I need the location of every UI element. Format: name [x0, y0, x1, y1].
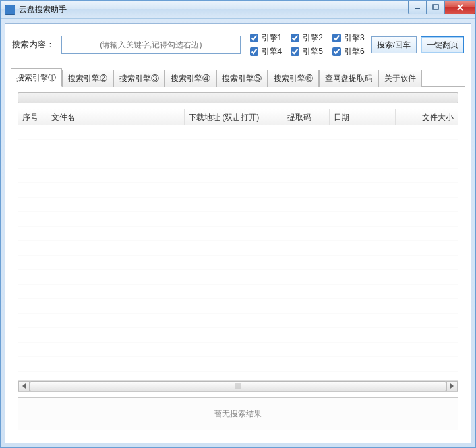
- grid-header: 序号 文件名 下载地址 (双击打开) 提取码 日期 文件大小: [18, 109, 458, 125]
- svg-rect-0: [415, 8, 420, 9]
- progress-track: [18, 92, 458, 103]
- engine-checkbox-3[interactable]: 引擎3: [330, 32, 365, 44]
- window-title: 云盘搜索助手: [19, 4, 67, 15]
- col-header-seq[interactable]: 序号: [18, 109, 47, 125]
- grid-hscrollbar[interactable]: [18, 380, 458, 391]
- col-header-date[interactable]: 日期: [330, 109, 396, 125]
- scroll-right-button[interactable]: [446, 381, 458, 391]
- engine-checkbox-1[interactable]: 引擎1: [247, 32, 282, 44]
- scroll-left-button[interactable]: [18, 381, 30, 391]
- minimize-button[interactable]: [408, 1, 427, 14]
- col-header-name[interactable]: 文件名: [47, 109, 185, 125]
- results-grid: 序号 文件名 下载地址 (双击打开) 提取码 日期 文件大小: [18, 109, 458, 392]
- engine-checkbox-6[interactable]: 引擎6: [330, 45, 365, 58]
- search-button[interactable]: 搜索/回车: [371, 36, 417, 53]
- grid-body: [18, 125, 458, 380]
- maximize-button[interactable]: [427, 1, 445, 14]
- engine-checkbox-group: 引擎1 引擎2 引擎3 引擎4 引擎5 引擎6: [245, 32, 367, 58]
- next-page-button[interactable]: 一键翻页: [421, 36, 464, 53]
- minimize-icon: [414, 4, 421, 11]
- scroll-grip-icon: [235, 384, 241, 389]
- search-label: 搜索内容：: [12, 39, 57, 51]
- window-controls: [408, 1, 475, 14]
- tab-engine-1[interactable]: 搜索引擎①: [11, 68, 62, 87]
- engine-checkbox-5[interactable]: 引擎5: [288, 45, 323, 58]
- engine-checkbox-3-input[interactable]: [332, 34, 341, 42]
- status-text: 暂无搜索结果: [214, 408, 262, 420]
- tab-strip: 搜索引擎① 搜索引擎② 搜索引擎③ 搜索引擎④ 搜索引擎⑤ 搜索引擎⑥ 查网盘提…: [11, 67, 465, 87]
- maximize-icon: [432, 4, 439, 11]
- engine-checkbox-4[interactable]: 引擎4: [247, 45, 282, 58]
- col-header-code[interactable]: 提取码: [283, 109, 330, 125]
- status-panel: 暂无搜索结果: [18, 397, 458, 430]
- close-button[interactable]: [445, 1, 475, 14]
- tab-engine-6[interactable]: 搜索引擎⑥: [268, 70, 319, 87]
- engine-checkbox-5-input[interactable]: [291, 47, 299, 56]
- search-row: 搜索内容： 引擎1 引擎2 引擎3 引擎4 引擎5 引擎6 搜索/回车 一键翻页: [11, 29, 465, 65]
- title-bar: 云盘搜索助手: [1, 1, 475, 19]
- scroll-thumb[interactable]: [30, 381, 446, 391]
- chevron-right-icon: [450, 383, 454, 389]
- engine-checkbox-1-input[interactable]: [250, 34, 258, 42]
- col-header-size[interactable]: 文件大小: [396, 109, 458, 125]
- client-area: 搜索内容： 引擎1 引擎2 引擎3 引擎4 引擎5 引擎6 搜索/回车 一键翻页…: [5, 23, 471, 443]
- tab-engine-4[interactable]: 搜索引擎④: [165, 70, 216, 87]
- app-icon: [5, 5, 15, 15]
- svg-rect-1: [433, 5, 438, 9]
- engine-checkbox-2[interactable]: 引擎2: [288, 32, 323, 44]
- engine-checkbox-4-input[interactable]: [250, 47, 258, 56]
- scroll-track[interactable]: [30, 381, 446, 391]
- tab-fetchcode[interactable]: 查网盘提取码: [319, 70, 378, 87]
- tab-content: 序号 文件名 下载地址 (双击打开) 提取码 日期 文件大小 暂无搜: [11, 87, 465, 437]
- col-header-url[interactable]: 下载地址 (双击打开): [185, 109, 283, 125]
- tab-about[interactable]: 关于软件: [378, 70, 422, 87]
- engine-checkbox-6-input[interactable]: [332, 47, 341, 56]
- tab-engine-3[interactable]: 搜索引擎③: [113, 70, 165, 87]
- engine-checkbox-2-input[interactable]: [291, 34, 299, 42]
- app-window: 云盘搜索助手 搜索内容： 引擎1 引擎2 引擎3 引擎4 引擎5 引擎6: [0, 0, 476, 448]
- close-icon: [456, 4, 464, 11]
- tab-engine-5[interactable]: 搜索引擎⑤: [216, 70, 268, 87]
- tab-engine-2[interactable]: 搜索引擎②: [62, 70, 113, 87]
- chevron-left-icon: [22, 383, 26, 389]
- search-input[interactable]: [61, 36, 241, 54]
